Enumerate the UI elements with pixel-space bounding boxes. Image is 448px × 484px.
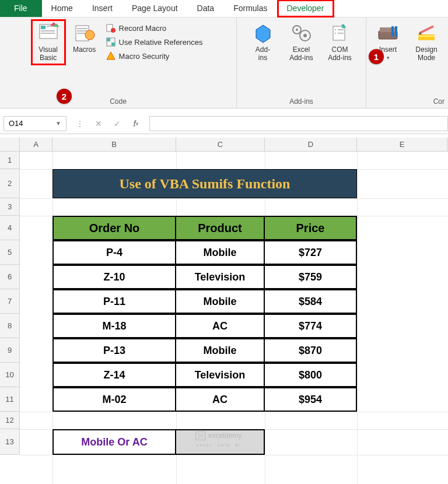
col-header-b[interactable]: B	[52, 138, 176, 151]
cells-area[interactable]: Use of VBA Sumifs Function Order No Prod…	[20, 152, 448, 484]
com-addins-button[interactable]: COM Add-ins	[323, 20, 357, 65]
svg-rect-31	[395, 26, 397, 37]
row-header-3[interactable]: 3	[0, 198, 19, 216]
table-cell[interactable]: Z-14	[52, 363, 176, 387]
ribbon-group-code: Visual Basic Macros Record Macro Use Rel…	[0, 17, 237, 108]
enter-formula-button[interactable]: ✓	[111, 117, 124, 130]
svg-point-24	[335, 29, 336, 30]
row-header-8[interactable]: 8	[0, 314, 19, 338]
table-cell[interactable]: M-02	[52, 387, 176, 412]
svg-rect-3	[41, 30, 55, 31]
macro-security-button[interactable]: Macro Security	[104, 50, 205, 62]
formula-separator-icon: ⋮	[74, 117, 86, 130]
row-header-10[interactable]: 10	[0, 363, 19, 387]
table-header-price[interactable]: Price	[264, 216, 357, 240]
row-header-2[interactable]: 2	[0, 169, 19, 198]
table-header-product[interactable]: Product	[175, 216, 265, 240]
table-cell[interactable]: M-18	[52, 314, 176, 338]
formula-bar: O14 ▼ ⋮ ✕ ✓ fx	[0, 113, 448, 134]
svg-rect-4	[41, 33, 55, 34]
row-header-5[interactable]: 5	[0, 240, 19, 265]
table-cell[interactable]: Television	[175, 363, 265, 387]
addins-icon	[252, 22, 274, 44]
row-header-7[interactable]: 7	[0, 289, 19, 314]
ribbon-group-addins: Add- ins Excel Add-ins COM Add-ins Add-i…	[237, 17, 366, 108]
tab-page-layout[interactable]: Page Layout	[123, 0, 188, 17]
table-cell[interactable]: $800	[264, 363, 357, 387]
row-header-4[interactable]: 4	[0, 216, 19, 240]
addins-button[interactable]: Add- ins	[246, 20, 280, 65]
addins-label: Add- ins	[256, 45, 270, 62]
record-macro-label: Record Macro	[119, 24, 167, 33]
visual-basic-label: Visual Basic	[38, 45, 57, 62]
svg-point-13	[111, 28, 116, 33]
worksheet-grid: A B C D E 1 2 3 4 5 6 7 8 9 10 11 12 13 …	[0, 138, 448, 484]
row-headers: 1 2 3 4 5 6 7 8 9 10 11 12 13	[0, 152, 20, 455]
table-cell[interactable]: $727	[264, 240, 357, 265]
tab-file[interactable]: File	[0, 0, 42, 17]
table-header-order[interactable]: Order No	[52, 216, 176, 240]
table-cell[interactable]: Z-10	[52, 265, 176, 289]
svg-rect-30	[391, 26, 394, 37]
tab-data[interactable]: Data	[188, 0, 225, 17]
visual-basic-icon	[37, 22, 60, 44]
svg-point-11	[85, 30, 94, 40]
svg-rect-9	[77, 30, 88, 31]
row-header-13[interactable]: 13	[0, 429, 19, 455]
select-all-corner[interactable]	[0, 138, 20, 152]
svg-rect-27	[338, 33, 344, 34]
col-header-e[interactable]: E	[357, 138, 447, 151]
name-box-dropdown-icon[interactable]: ▼	[55, 120, 61, 127]
tab-developer[interactable]: Developer	[278, 0, 334, 17]
formula-input[interactable]	[149, 116, 448, 131]
table-cell[interactable]: $870	[264, 338, 357, 363]
svg-marker-32	[418, 34, 435, 40]
table-cell[interactable]: $584	[264, 289, 357, 314]
col-header-a[interactable]: A	[20, 138, 52, 151]
macros-icon	[74, 22, 96, 44]
com-addins-icon	[329, 22, 351, 44]
table-cell[interactable]: Mobile	[175, 240, 265, 265]
svg-rect-25	[338, 29, 344, 30]
table-cell[interactable]: Mobile	[175, 289, 265, 314]
visual-basic-button[interactable]: Visual Basic	[32, 20, 65, 65]
tab-home[interactable]: Home	[42, 0, 83, 17]
fx-icon[interactable]: fx	[130, 117, 142, 130]
row-header-6[interactable]: 6	[0, 265, 19, 289]
table-cell[interactable]: P-13	[52, 338, 176, 363]
design-mode-label: Design Mode	[415, 45, 437, 62]
cancel-formula-button[interactable]: ✕	[92, 117, 105, 130]
filter-result-cell[interactable]	[175, 429, 265, 455]
table-cell[interactable]: AC	[175, 387, 265, 412]
chevron-down-icon: ▾	[387, 55, 390, 61]
col-header-c[interactable]: C	[176, 138, 265, 151]
table-cell[interactable]: AC	[175, 314, 265, 338]
table-cell[interactable]: P-4	[52, 240, 176, 265]
svg-point-26	[335, 33, 336, 34]
tab-formulas[interactable]: Formulas	[224, 0, 277, 17]
record-macro-button[interactable]: Record Macro	[104, 22, 205, 34]
sheet-title[interactable]: Use of VBA Sumifs Function	[52, 169, 357, 198]
table-cell[interactable]: Mobile	[175, 338, 265, 363]
table-cell[interactable]: $774	[264, 314, 357, 338]
use-relative-refs-button[interactable]: Use Relative References	[104, 36, 205, 48]
col-header-d[interactable]: D	[265, 138, 357, 151]
table-cell[interactable]: $759	[264, 265, 357, 289]
use-relative-refs-label: Use Relative References	[119, 38, 203, 47]
table-cell[interactable]: $954	[264, 387, 357, 412]
callout-1: 1	[369, 49, 384, 64]
svg-rect-33	[418, 36, 435, 37]
filter-label-cell[interactable]: Mobile Or AC	[52, 429, 176, 455]
macros-button[interactable]: Macros	[68, 20, 102, 56]
design-mode-button[interactable]: Design Mode	[410, 20, 443, 65]
svg-rect-1	[41, 26, 46, 29]
row-header-12[interactable]: 12	[0, 412, 19, 429]
excel-addins-button[interactable]: Excel Add-ins	[285, 20, 318, 65]
table-cell[interactable]: P-11	[52, 289, 176, 314]
name-box[interactable]: O14 ▼	[4, 116, 66, 131]
row-header-1[interactable]: 1	[0, 152, 19, 169]
row-header-11[interactable]: 11	[0, 387, 19, 412]
table-cell[interactable]: Television	[175, 265, 265, 289]
tab-insert[interactable]: Insert	[83, 0, 123, 17]
row-header-9[interactable]: 9	[0, 338, 19, 363]
